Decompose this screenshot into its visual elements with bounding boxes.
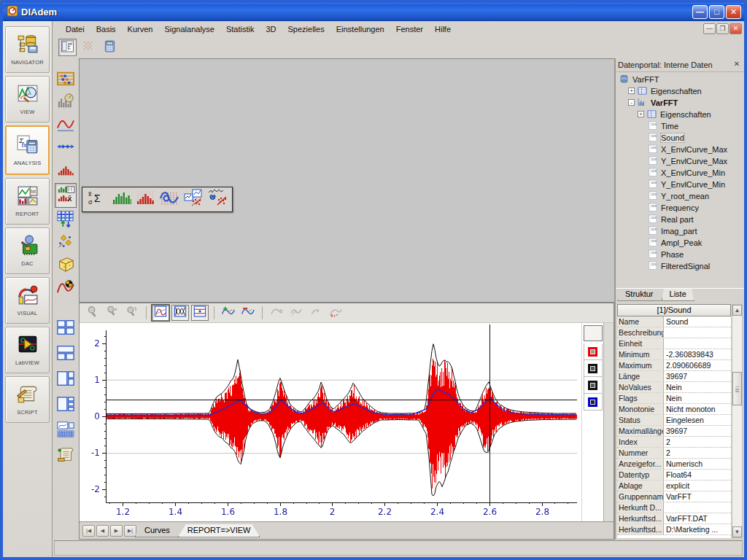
property-value[interactable]: VarFFT.DAT [664, 513, 731, 524]
fft-histogram-button[interactable] [55, 93, 77, 113]
legend-item-y_envlcurve_max[interactable] [584, 360, 603, 377]
curve-fitting-button[interactable] [55, 115, 77, 136]
tree-item-ampl_peak[interactable]: 123Ampl_Peak [616, 237, 744, 249]
calculator-button[interactable] [101, 39, 119, 56]
property-value[interactable]: Nein [664, 382, 731, 392]
tree-item-y_envlcurve_max[interactable]: 123Y_EnvlCurve_Max [616, 155, 744, 167]
curve-add-button[interactable] [220, 305, 237, 321]
sidebar-item-report[interactable]: txtREPORT [5, 178, 50, 225]
tree-item-varfft[interactable]: VarFFT [616, 74, 744, 85]
sidebar-item-navigator[interactable]: NAVIGATOR [5, 26, 50, 73]
flyout-panels-scatter-button[interactable] [183, 188, 204, 210]
menu-kurven[interactable]: Kurven [122, 23, 159, 36]
property-value[interactable] [664, 502, 731, 513]
properties-scrollbar[interactable]: ▲ ▼ [732, 304, 743, 538]
dataportal-toggle-button[interactable] [58, 39, 77, 56]
property-value[interactable]: 2 [664, 448, 731, 458]
sidebar-item-visual[interactable]: VISUAL [5, 277, 50, 324]
layout-left-2-button[interactable] [56, 370, 75, 390]
menu-spezielles[interactable]: Spezielles [282, 23, 330, 36]
mdi-minimize-button[interactable]: — [703, 23, 716, 34]
tree-item-filteredsignal[interactable]: 123FilteredSignal [616, 260, 744, 272]
sidebar-item-labview[interactable]: LabVIEW [5, 327, 50, 373]
tree-item-varfft[interactable]: -VarFFT [616, 97, 744, 109]
legend-item-sound[interactable] [584, 343, 603, 360]
menu-hilfe[interactable]: Hilfe [429, 23, 457, 36]
maximize-button[interactable]: □ [709, 5, 724, 19]
mdi-close-button[interactable]: ✕ [729, 23, 742, 34]
scroll-down-icon[interactable]: ▼ [732, 526, 742, 537]
property-value[interactable]: VarFFT [664, 491, 731, 502]
menu-signalanalyse[interactable]: Signalanalyse [158, 23, 220, 36]
mdi-restore-button[interactable]: ❐ [716, 23, 729, 34]
dotted-pattern-button[interactable] [80, 39, 98, 56]
sidebar-item-analysis[interactable]: ΣfxANALYSIS [5, 125, 50, 175]
sidebar-item-script[interactable]: SCRIPT [5, 376, 50, 423]
tree-item-phase[interactable]: 123Phase [616, 249, 744, 260]
chart-scroll-gutter[interactable] [603, 323, 614, 521]
tree-item-x_envlcurve_max[interactable]: 123X_EnvlCurve_Max [616, 144, 744, 155]
tab-liste[interactable]: Liste [662, 289, 694, 301]
statistics-button[interactable]: I·IX̄ [55, 183, 77, 208]
minimize-button[interactable]: — [692, 5, 708, 19]
menu-datei[interactable]: Datei [60, 23, 90, 36]
undo-curve-3-button[interactable] [307, 305, 325, 321]
flyout-histogram-green-button[interactable] [111, 188, 131, 210]
sheet-nav-last-icon[interactable]: ▶| [124, 525, 136, 537]
histogram-red-button[interactable] [55, 160, 77, 181]
flyout-drop-scatter-button[interactable] [207, 188, 228, 210]
approximation-button[interactable] [55, 278, 77, 298]
menu-einstellungen[interactable]: Einstellungen [330, 23, 390, 36]
waveform-chart[interactable] [80, 323, 581, 521]
tree-item-time[interactable]: 123Time [616, 120, 744, 132]
layout-left-3-button[interactable] [56, 395, 75, 416]
matrix-arrows-button[interactable] [55, 210, 77, 230]
property-value[interactable]: Float64 [664, 470, 731, 480]
cube-3d-button[interactable] [55, 255, 77, 276]
flyout-periodic-curve-button[interactable] [159, 188, 179, 210]
expand-icon[interactable]: + [638, 111, 644, 117]
legend-header-box[interactable] [584, 325, 603, 341]
flyout-stats-sigma-button[interactable]: x̄Σσ [87, 188, 107, 210]
close-button[interactable]: ✕ [726, 5, 741, 19]
property-value[interactable] [664, 327, 731, 338]
menu-basis[interactable]: Basis [90, 23, 122, 36]
properties-header[interactable]: [1]/Sound [617, 304, 731, 316]
tree-item-eigenschaften[interactable]: +Eigenschaften [616, 109, 744, 120]
signal-markers-button[interactable] [55, 138, 77, 158]
menu-3d[interactable]: 3D [260, 23, 282, 36]
property-value[interactable]: 39697 [664, 371, 731, 381]
property-value[interactable]: Numerisch [664, 459, 731, 469]
scrollbar-thumb[interactable] [732, 372, 742, 405]
legend-item-y_envlcurve_min[interactable] [584, 377, 603, 394]
property-value[interactable]: -2.360839843 [664, 349, 731, 359]
undo-curve-2-button[interactable] [287, 305, 305, 321]
sheet-nav-next-icon[interactable]: ▶ [110, 525, 123, 537]
tree-item-y_envlcurve_min[interactable]: 123Y_EnvlCurve_Min [616, 179, 744, 190]
tree-item-real-part[interactable]: 123Real part [616, 214, 744, 225]
menu-fenster[interactable]: Fenster [390, 23, 429, 36]
sidebar-item-dac[interactable]: DAC [5, 228, 50, 274]
undo-curve-red-button[interactable] [327, 305, 344, 321]
sheet-tab-curves[interactable]: Curves [135, 524, 179, 537]
legend-item-y_root_mean[interactable] [584, 394, 603, 411]
property-value[interactable]: 2 [664, 437, 731, 447]
property-value[interactable]: Nicht monoton [664, 404, 731, 414]
property-value[interactable] [664, 338, 731, 349]
sidebar-item-view[interactable]: VIEW [5, 76, 50, 122]
zoom-pin-button[interactable] [104, 305, 121, 321]
collapse-icon[interactable]: - [628, 99, 635, 106]
property-value[interactable]: D:\Marketing ... [664, 524, 731, 534]
property-value[interactable]: 39697 [664, 426, 731, 436]
tree-item-imag_part[interactable]: 123Imag_part [616, 225, 744, 237]
curve-remove-button[interactable] [239, 305, 257, 321]
flyout-histogram-red-dotted-button[interactable] [135, 188, 155, 210]
scatter-diamond-button[interactable] [55, 233, 77, 253]
channel-abacus-button[interactable] [55, 70, 77, 90]
sheet-nav-first-icon[interactable]: |◀ [82, 525, 95, 537]
undo-curve-1-button[interactable] [268, 305, 285, 321]
titlebar[interactable]: DIAdem — □ ✕ [3, 3, 744, 21]
frame-curve-button[interactable] [152, 305, 169, 321]
property-value[interactable]: Eingelesen [664, 415, 731, 425]
layout-curve-table-button[interactable] [56, 421, 75, 441]
